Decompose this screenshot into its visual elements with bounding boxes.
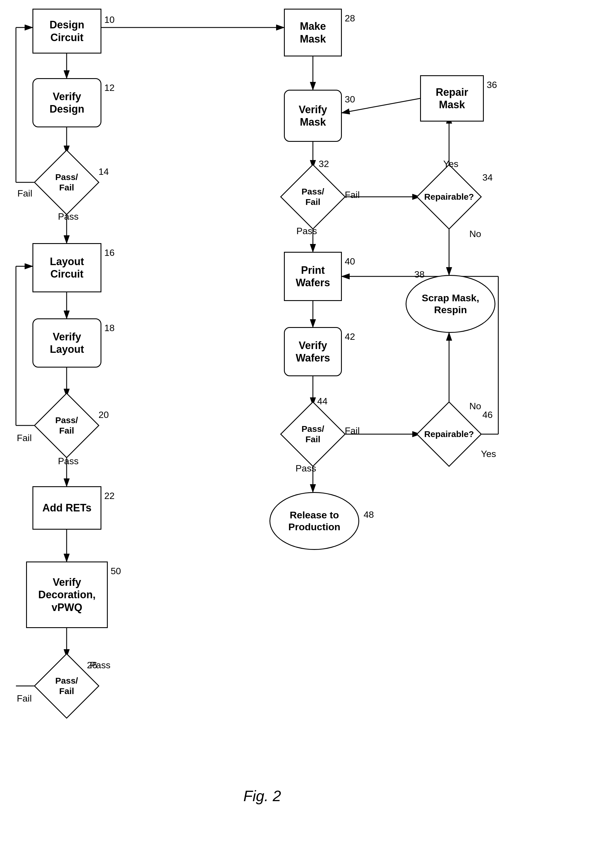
layout-circuit-box: LayoutCircuit (33, 243, 101, 292)
verify-design-label: VerifyDesign (50, 90, 84, 115)
verify-decoration-label: VerifyDecoration,vPWQ (38, 576, 96, 614)
fail-label-32: Fail (345, 189, 360, 200)
verify-design-box: VerifyDesign (33, 78, 101, 127)
no-label-46: No (470, 401, 481, 412)
id-12: 12 (104, 82, 115, 93)
verify-layout-label: VerifyLayout (50, 330, 84, 355)
yes-label-46: Yes (481, 449, 496, 459)
pass-label-14: Pass (58, 211, 79, 222)
id-16: 16 (104, 248, 115, 258)
scrap-mask-label: Scrap Mask,Respin (422, 292, 479, 316)
make-mask-box: MakeMask (284, 9, 342, 56)
id-18: 18 (104, 323, 115, 333)
verify-mask-box: VerifyMask (284, 90, 342, 142)
id-22: 22 (104, 491, 115, 501)
pass-label-20: Pass (58, 456, 79, 467)
repairable-34-label: Repairable? (424, 192, 474, 202)
yes-label-34: Yes (443, 159, 458, 169)
repair-mask-label: RepairMask (436, 86, 468, 111)
verify-wafers-label: VerifyWafers (296, 339, 330, 364)
layout-circuit-label: LayoutCircuit (50, 255, 84, 280)
figure-label: Fig. 2 (243, 787, 281, 804)
id-32: 32 (319, 159, 329, 169)
id-48: 48 (364, 509, 374, 520)
pass-label-44: Pass (295, 463, 316, 474)
verify-mask-label: VerifyMask (299, 103, 327, 128)
id-36: 36 (487, 80, 497, 90)
repairable-46-label: Repairable? (424, 429, 474, 439)
pass-fail-26-label: Pass/Fail (55, 676, 78, 696)
pass-fail-20-diamond: Pass/Fail (38, 397, 96, 454)
repairable-34-diamond: Repairable? (420, 168, 478, 226)
id-46: 46 (482, 409, 493, 420)
id-38: 38 (414, 269, 425, 280)
fail-label-20: Fail (17, 433, 32, 443)
design-circuit-label: Design Circuit (33, 19, 101, 43)
fail-label-14: Fail (17, 188, 33, 199)
design-circuit-box: Design Circuit (33, 9, 101, 54)
pass-label-26: Pass (90, 660, 110, 671)
id-30: 30 (345, 94, 355, 105)
repair-mask-box: RepairMask (420, 75, 484, 122)
id-10: 10 (104, 14, 115, 25)
id-28: 28 (345, 13, 355, 24)
verify-layout-box: VerifyLayout (33, 318, 101, 367)
id-14: 14 (98, 166, 109, 177)
id-20: 20 (98, 409, 109, 420)
release-box: Release toProduction (269, 492, 359, 550)
print-wafers-box: PrintWafers (284, 252, 342, 301)
pass-fail-44-label: Pass/Fail (302, 424, 324, 445)
id-40: 40 (345, 256, 355, 267)
fail-label-44: Fail (345, 425, 360, 436)
pass-fail-14-diamond: Pass/Fail (38, 153, 96, 211)
pass-label-32: Pass (296, 226, 317, 236)
id-34: 34 (482, 172, 493, 183)
pass-fail-32-label: Pass/Fail (302, 186, 324, 207)
release-label: Release toProduction (288, 509, 340, 533)
pass-fail-32-diamond: Pass/Fail (284, 168, 342, 226)
verify-decoration-box: VerifyDecoration,vPWQ (26, 561, 108, 628)
pass-fail-44-diamond: Pass/Fail (284, 405, 342, 463)
add-rets-box: Add RETs (33, 486, 101, 530)
id-44: 44 (317, 396, 328, 407)
print-wafers-label: PrintWafers (296, 264, 330, 289)
verify-wafers-box: VerifyWafers (284, 327, 342, 376)
id-50: 50 (111, 566, 121, 577)
pass-fail-20-label: Pass/Fail (55, 415, 78, 436)
make-mask-label: MakeMask (300, 20, 326, 45)
fail-label-26: Fail (17, 693, 32, 704)
repairable-46-diamond: Repairable? (420, 405, 478, 463)
pass-fail-14-label: Pass/Fail (55, 172, 78, 193)
no-label-34: No (470, 229, 481, 239)
diagram-container: Design Circuit 10 VerifyDesign 12 Pass/F… (0, 0, 611, 868)
scrap-mask-box: Scrap Mask,Respin (406, 275, 495, 333)
id-42: 42 (345, 332, 355, 342)
add-rets-label: Add RETs (42, 502, 91, 514)
